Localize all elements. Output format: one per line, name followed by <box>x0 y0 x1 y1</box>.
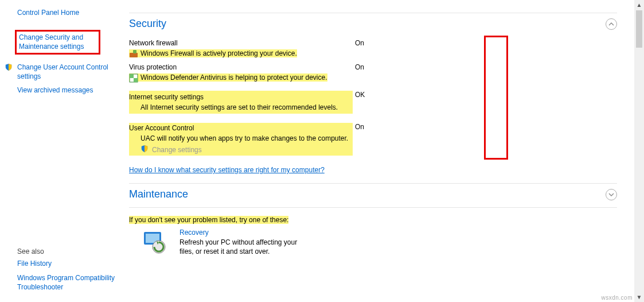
svg-rect-1 <box>133 50 136 53</box>
control-panel-home-link[interactable]: Control Panel Home <box>17 8 118 17</box>
recovery-row: Recovery Refresh your PC without affecti… <box>129 229 617 256</box>
uac-label: User Account Control <box>129 124 353 132</box>
see-also-compat-troubleshooter[interactable]: Windows Program Compatibility Troublesho… <box>17 273 118 292</box>
maintenance-title: Maintenance <box>129 188 188 200</box>
svg-rect-0 <box>130 53 138 57</box>
recovery-icon <box>140 229 168 256</box>
uac-shield-small-icon <box>140 145 149 154</box>
uac-message: UAC will notify you when apps try to mak… <box>140 134 348 142</box>
sidebar: Control Panel Home Change Security and M… <box>0 0 123 302</box>
firewall-message: Windows Firewall is actively protecting … <box>140 49 297 57</box>
scroll-down-icon[interactable]: ▼ <box>634 292 644 302</box>
internet-security-row: Internet security settings All Internet … <box>129 91 617 114</box>
see-also-header: See also <box>17 247 118 255</box>
internet-security-status: OK <box>353 91 381 99</box>
uac-row: User Account Control UAC will notify you… <box>129 123 617 156</box>
firewall-icon <box>129 49 138 59</box>
recovery-link[interactable]: Recovery <box>179 229 209 237</box>
uac-shield-icon <box>5 63 13 71</box>
highlight-box-sidebar: Change Security and Maintenance settings <box>15 30 100 54</box>
svg-rect-3 <box>130 74 134 78</box>
maintenance-section-header[interactable]: Maintenance <box>129 185 617 204</box>
defender-icon <box>129 73 138 83</box>
recovery-subtext: Refresh your PC without affecting your f… <box>179 238 306 256</box>
scrollbar[interactable]: ▲ ▼ <box>634 0 644 302</box>
scroll-thumb[interactable] <box>636 10 642 48</box>
virus-label: Virus protection <box>129 63 353 71</box>
internet-security-label: Internet security settings <box>129 93 353 101</box>
firewall-status: On <box>353 39 381 47</box>
see-also-file-history[interactable]: File History <box>17 259 118 268</box>
virus-status: On <box>353 63 381 71</box>
scroll-up-icon[interactable]: ▲ <box>634 0 644 10</box>
firewall-row: Network firewall Windows Firewall is act… <box>129 39 617 57</box>
internet-security-message: All Internet security settings are set t… <box>140 103 338 111</box>
content-area: Security Network firewall Windows Firewa… <box>123 0 634 302</box>
virus-message: Windows Defender Antivirus is helping to… <box>140 73 327 82</box>
svg-rect-4 <box>134 78 138 82</box>
security-title: Security <box>129 18 166 30</box>
view-archived-messages-link[interactable]: View archived messages <box>17 86 118 95</box>
uac-change-settings-link[interactable]: Change settings <box>152 146 202 154</box>
virus-row: Virus protection Windows Defender Antivi… <box>129 63 617 82</box>
watermark: wsxdn.com <box>601 295 633 301</box>
uac-status: On <box>353 123 381 131</box>
change-security-settings-link[interactable]: Change Security and Maintenance settings <box>19 33 96 51</box>
change-uac-settings-link[interactable]: Change User Account Control settings <box>17 63 118 81</box>
collapse-security-icon[interactable] <box>606 18 617 30</box>
security-help-link[interactable]: How do I know what security settings are… <box>129 166 325 174</box>
troubleshoot-prompt: If you don't see your problem listed, tr… <box>129 216 288 224</box>
security-section-header[interactable]: Security <box>129 14 617 33</box>
expand-maintenance-icon[interactable] <box>606 189 617 200</box>
firewall-label: Network firewall <box>129 39 353 47</box>
